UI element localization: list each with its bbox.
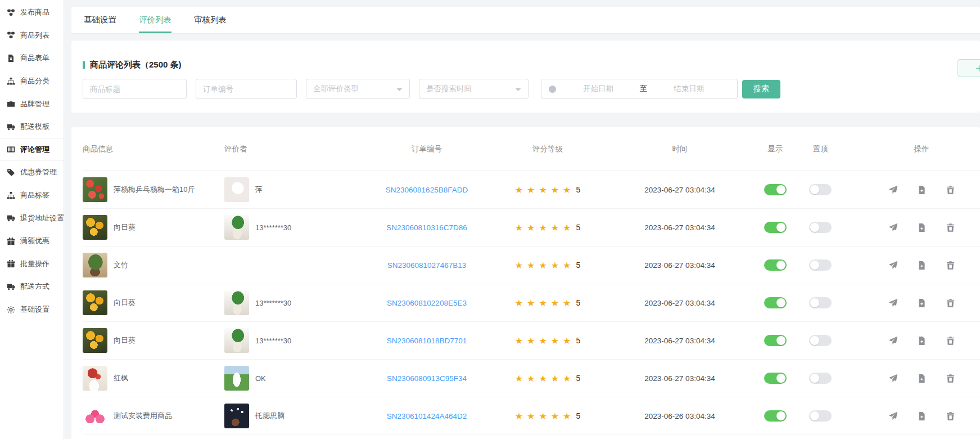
order-number-link[interactable]: SN2306080913C95F34 [387, 374, 467, 383]
reviewer-name: 托腮思脑 [255, 411, 284, 421]
top-toggle[interactable] [809, 259, 832, 271]
show-toggle[interactable] [764, 373, 787, 384]
start-date-field[interactable]: 开始日期 [557, 84, 640, 94]
product-cell: 文竹 [83, 253, 224, 277]
file-add-icon[interactable] [917, 411, 927, 421]
truck-icon [7, 283, 15, 291]
sidebar-item-product-list[interactable]: 商品列表 [0, 24, 64, 47]
top-cell [798, 184, 843, 195]
sidebar-item-publish-product[interactable]: 发布商品 [0, 1, 64, 24]
product-cell: 红枫 [83, 366, 224, 391]
top-toggle[interactable] [809, 373, 832, 384]
time-cell: 2023-06-27 03:04:34 [607, 374, 753, 383]
truck-icon [7, 123, 15, 131]
send-icon[interactable] [888, 185, 898, 195]
top-cell [798, 297, 843, 308]
review-type-select[interactable]: 全部评价类型 [306, 79, 410, 99]
delete-icon[interactable] [946, 223, 955, 232]
send-icon[interactable] [888, 336, 898, 346]
date-range-picker[interactable]: 开始日期 至 结束日期 [541, 79, 738, 99]
product-title-input[interactable] [83, 79, 187, 99]
show-toggle[interactable] [764, 297, 787, 308]
file-add-icon[interactable] [917, 261, 927, 270]
delete-icon[interactable] [946, 185, 955, 195]
sidebar-item-basic-settings[interactable]: 基础设置 [0, 298, 64, 321]
order-number-link[interactable]: SN230608102208E5E3 [387, 299, 467, 307]
reviewer-name: 萍 [255, 185, 263, 195]
search-button[interactable]: 搜索 [742, 80, 780, 98]
star-icon: ★ [551, 185, 559, 195]
star-icon: ★ [563, 261, 571, 270]
delete-icon[interactable] [946, 411, 955, 421]
sidebar-item-return-address-settings[interactable]: 退货地址设置 [0, 207, 64, 230]
column-header: 商品信息 [83, 144, 224, 154]
sidebar-item-shipping-template[interactable]: 配送模板 [0, 115, 64, 138]
sidebar-item-batch-operation[interactable]: 批量操作 [0, 253, 64, 276]
star-icon: ★ [527, 223, 535, 232]
show-cell [753, 259, 798, 271]
order-cell: SN230608102208E5E3 [365, 299, 489, 307]
add-button[interactable]: 新 [958, 59, 980, 77]
sidebar-item-shipping-method[interactable]: 配送方式 [0, 275, 64, 298]
top-toggle[interactable] [809, 335, 832, 346]
main-content: 基础设置评价列表审核列表 商品评论列表（2500 条) 新 全部评价类型 是否搜… [64, 0, 980, 439]
file-add-icon[interactable] [917, 298, 927, 308]
product-thumbnail [83, 290, 107, 315]
order-number-link[interactable]: SN2306081625B8FADD [386, 186, 468, 194]
send-icon[interactable] [888, 298, 898, 308]
sidebar-item-label: 商品分类 [20, 76, 49, 86]
table-row: 红枫 OK SN2306080913C95F34 ★★★★★ 5 2023-06… [83, 360, 980, 397]
file-add-icon[interactable] [917, 223, 927, 232]
order-number-link[interactable]: SN2306101424A464D2 [387, 412, 467, 420]
product-name: 向日葵 [114, 298, 136, 308]
sidebar-item-full-discount[interactable]: 满额优惠 [0, 230, 64, 253]
sidebar-item-product-category[interactable]: 商品分类 [0, 70, 64, 93]
order-number-link[interactable]: SN2306081027467B13 [387, 261, 466, 270]
file-add-icon[interactable] [917, 185, 927, 195]
star-icon: ★ [539, 185, 547, 195]
order-number-link[interactable]: SN2306081018BD7701 [387, 337, 467, 345]
send-icon[interactable] [888, 223, 898, 232]
order-number-link[interactable]: SN23060810316C7D86 [386, 223, 467, 232]
top-toggle[interactable] [809, 184, 832, 195]
star-icon: ★ [539, 223, 547, 232]
top-toggle[interactable] [809, 297, 832, 308]
file-add-icon[interactable] [917, 374, 927, 383]
file-add-icon[interactable] [917, 336, 927, 346]
top-toggle[interactable] [809, 410, 832, 422]
tab-audit-list[interactable]: 审核列表 [194, 7, 227, 33]
sidebar-item-brand-management[interactable]: 品牌管理 [0, 92, 64, 115]
star-icon: ★ [515, 185, 523, 195]
end-date-field[interactable]: 结束日期 [647, 84, 730, 94]
order-cell: SN2306081625B8FADD [365, 186, 489, 194]
send-icon[interactable] [888, 261, 898, 270]
delete-icon[interactable] [946, 261, 955, 270]
show-toggle[interactable] [764, 259, 787, 271]
table-header: 商品信息评价者订单编号评分等级时间显示置顶操作 [83, 127, 980, 171]
sidebar-item-comment-management[interactable]: 评论管理 [0, 138, 64, 162]
delete-icon[interactable] [946, 374, 955, 383]
review-time: 2023-06-27 03:04:34 [644, 261, 715, 270]
show-toggle[interactable] [764, 222, 787, 233]
sidebar-item-coupon-management[interactable]: 优惠券管理 [0, 161, 64, 184]
send-icon[interactable] [888, 374, 898, 383]
show-toggle[interactable] [764, 184, 787, 195]
send-icon[interactable] [888, 411, 898, 421]
sidebar-item-product-form[interactable]: 商品表单 [0, 47, 64, 70]
star-rating: ★★★★★ [515, 335, 575, 346]
delete-icon[interactable] [946, 336, 955, 346]
top-toggle[interactable] [809, 222, 832, 233]
rating-cell: ★★★★★ 5 [489, 411, 607, 422]
product-name: 文竹 [114, 260, 128, 270]
delete-icon[interactable] [946, 298, 955, 308]
time-search-select[interactable]: 是否搜索时间 [419, 79, 529, 99]
tab-basic-settings[interactable]: 基础设置 [84, 7, 116, 33]
star-icon: ★ [551, 411, 559, 421]
sidebar-item-label: 发布商品 [20, 7, 49, 17]
tab-review-list[interactable]: 评价列表 [139, 7, 171, 33]
show-toggle[interactable] [764, 410, 787, 422]
sidebar-item-product-tags[interactable]: 商品标签 [0, 184, 64, 207]
time-cell: 2023-06-27 03:04:34 [607, 337, 753, 345]
show-toggle[interactable] [764, 335, 787, 346]
order-no-input[interactable] [196, 79, 297, 99]
